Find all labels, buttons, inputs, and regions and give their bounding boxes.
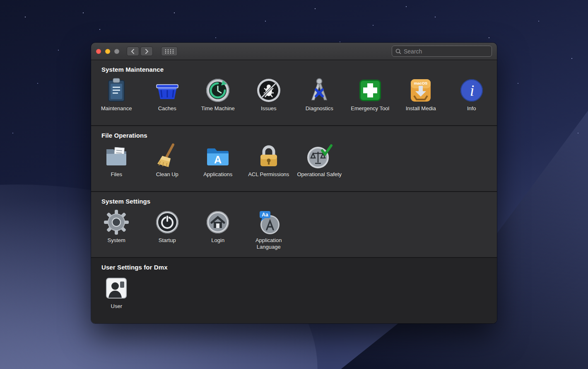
back-button[interactable] xyxy=(127,46,139,56)
chevron-left-icon xyxy=(131,49,135,54)
pane-item-label: Emergency Tool xyxy=(351,105,389,112)
search-field[interactable] xyxy=(392,46,492,57)
section-title: System Settings xyxy=(101,198,497,205)
pane-sections: System Maintenance Maintenance Caches Ti… xyxy=(91,60,497,323)
pane-item-install-media[interactable]: macOS Install Media xyxy=(395,77,446,112)
pane-item-clean-up[interactable]: Clean Up xyxy=(142,143,193,178)
pane-item-operational-safety[interactable]: Operational Safety xyxy=(294,143,345,178)
maintenance-icon xyxy=(103,77,130,104)
diagnostics-icon xyxy=(306,77,333,104)
pane-item-label: Info xyxy=(467,105,476,112)
user-icon xyxy=(103,275,130,301)
section-title: System Maintenance xyxy=(101,66,497,73)
emergency-tool-icon xyxy=(357,77,383,104)
pane-item-label: Operational Safety xyxy=(297,171,342,178)
time-machine-icon xyxy=(205,77,231,104)
pane-item-application-language[interactable]: Aa Application Language xyxy=(243,209,294,251)
pane-section: System Maintenance Maintenance Caches Ti… xyxy=(91,60,497,126)
section-title: File Operations xyxy=(101,132,497,139)
pane-item-label: Issues xyxy=(261,105,277,112)
applications-icon: A xyxy=(205,143,231,170)
pane-section: System Settings System Startup Login Aa … xyxy=(91,192,497,258)
pane-item-issues[interactable]: Issues xyxy=(243,77,294,112)
pane-item-label: Maintenance xyxy=(101,105,132,112)
clean-up-icon xyxy=(154,143,181,170)
traffic-lights xyxy=(96,49,119,54)
section-title: User Settings for Dmx xyxy=(101,264,497,271)
forward-button[interactable] xyxy=(140,46,153,56)
pane-item-system[interactable]: System xyxy=(91,209,142,251)
info-glyph: i xyxy=(470,82,474,99)
pane-item-applications[interactable]: A Applications xyxy=(193,143,243,178)
search-icon xyxy=(395,49,401,54)
install-media-icon: macOS xyxy=(407,77,434,104)
pane-item-label: Caches xyxy=(158,105,176,112)
titlebar[interactable] xyxy=(91,43,497,60)
pane-item-user[interactable]: User xyxy=(91,275,142,310)
pane-item-caches[interactable]: Caches xyxy=(142,77,193,112)
pane-section: User Settings for Dmx User xyxy=(91,258,497,323)
minimize-button[interactable] xyxy=(105,49,110,54)
section-items: Files Clean Up A Applications ACL Permis… xyxy=(91,143,497,178)
pane-item-label: Install Media xyxy=(406,105,436,112)
pane-item-label: Applications xyxy=(203,171,232,178)
pane-item-info[interactable]: i Info xyxy=(446,77,497,112)
pane-item-label: User xyxy=(111,303,122,310)
grid-icon xyxy=(164,49,174,54)
startup-icon xyxy=(154,209,181,235)
pane-item-maintenance[interactable]: Maintenance xyxy=(91,77,142,112)
install-media-text: macOS xyxy=(414,81,428,85)
pane-item-acl-permissions[interactable]: ACL Permissions xyxy=(243,143,294,178)
pane-item-startup[interactable]: Startup xyxy=(142,209,193,251)
pane-item-label: ACL Permissions xyxy=(248,171,289,178)
acl-permissions-icon xyxy=(255,143,282,170)
pane-item-label: Clean Up xyxy=(156,171,178,178)
pane-item-label: Startup xyxy=(159,237,176,244)
caches-icon xyxy=(154,77,181,104)
issues-icon xyxy=(255,77,282,104)
pane-item-diagnostics[interactable]: Diagnostics xyxy=(294,77,345,112)
login-icon xyxy=(205,209,231,235)
pane-item-login[interactable]: Login xyxy=(193,209,243,251)
search-input[interactable] xyxy=(404,48,488,55)
pane-item-label: Files xyxy=(111,171,122,178)
section-items: Maintenance Caches Time Machine Issues D… xyxy=(91,77,497,112)
pane-item-label: System xyxy=(108,237,125,244)
language-bubble-glyph: Aa xyxy=(262,212,268,218)
pane-item-label: Login xyxy=(211,237,224,244)
application-language-icon: Aa xyxy=(255,209,282,235)
pane-item-label: Application Language xyxy=(246,237,292,251)
system-icon xyxy=(103,209,130,235)
operational-safety-icon xyxy=(306,143,333,170)
close-button[interactable] xyxy=(96,49,101,54)
info-icon: i xyxy=(458,77,485,104)
show-all-panes-button[interactable] xyxy=(161,46,178,56)
pane-item-files[interactable]: Files xyxy=(91,143,142,178)
chevron-right-icon xyxy=(145,49,149,54)
section-items: User xyxy=(91,275,497,310)
section-items: System Startup Login Aa Application Lang… xyxy=(91,209,497,251)
nav-buttons xyxy=(127,46,153,56)
zoom-button xyxy=(114,49,119,54)
applications-glyph: A xyxy=(214,154,222,165)
pane-item-emergency-tool[interactable]: Emergency Tool xyxy=(345,77,396,112)
pane-item-label: Diagnostics xyxy=(306,105,333,112)
desktop-wallpaper: System Maintenance Maintenance Caches Ti… xyxy=(0,0,588,369)
files-icon xyxy=(103,143,130,170)
stars xyxy=(0,0,1,1)
pane-section: File Operations Files Clean Up A Applica… xyxy=(91,126,497,192)
app-window: System Maintenance Maintenance Caches Ti… xyxy=(91,43,497,323)
pane-item-label: Time Machine xyxy=(201,105,235,112)
pane-item-time-machine[interactable]: Time Machine xyxy=(193,77,243,112)
